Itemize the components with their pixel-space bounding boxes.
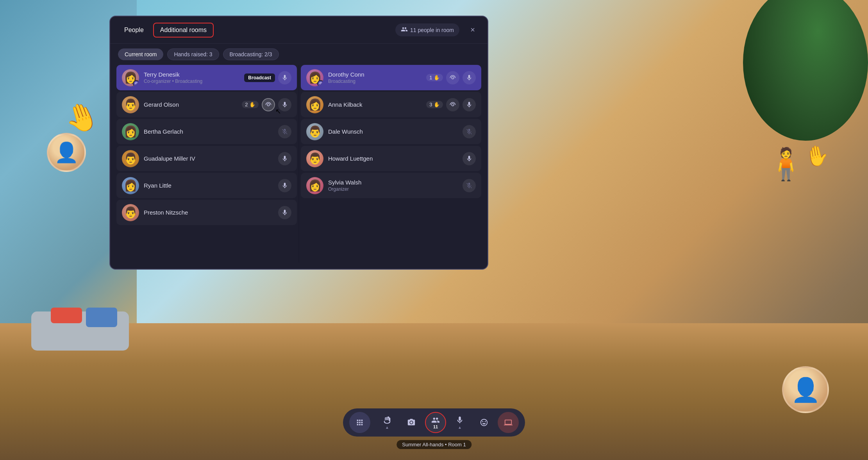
- hand-count: 3 ✋: [426, 101, 443, 108]
- person-actions: [278, 206, 291, 219]
- list-item[interactable]: 👨 Howard Luettgen: [301, 146, 481, 171]
- person-info: Ryan Little: [144, 182, 273, 189]
- emoji-button[interactable]: [473, 412, 495, 433]
- person-name: Ryan Little: [144, 182, 273, 189]
- avatar: 👩: [122, 177, 139, 194]
- mic-label: ▲: [458, 425, 462, 430]
- avatar: 👩: [122, 69, 139, 86]
- list-item[interactable]: 👩 Terry Denesik Co-organizer • Broadcast…: [116, 65, 297, 90]
- list-item[interactable]: 👩 Ryan Little: [116, 173, 297, 198]
- avatar: 👩: [122, 123, 139, 140]
- avatar: 👨: [122, 204, 139, 221]
- list-item[interactable]: 👨 Gerard Olson 2 ✋ ↗: [116, 92, 297, 117]
- mic-button[interactable]: [278, 179, 291, 192]
- person-info: Sylvia Walsh Organizer: [328, 179, 458, 192]
- mic-button[interactable]: [463, 71, 476, 84]
- person-name: Howard Luettgen: [328, 155, 458, 162]
- main-panel: People Additional rooms 11 people in roo…: [109, 16, 488, 270]
- mic-taskbar-button[interactable]: ▲: [449, 412, 470, 433]
- person-info: Bertha Gerlach: [144, 128, 273, 135]
- person-info: Anna Kilback: [328, 101, 421, 108]
- list-item[interactable]: 👨 Dale Wunsch: [301, 119, 481, 144]
- apps-button[interactable]: [349, 412, 370, 433]
- hand-count: 1 ✋: [426, 74, 443, 81]
- mic-button[interactable]: [463, 98, 476, 111]
- broadcast-button[interactable]: [446, 71, 459, 84]
- person-info: Guadalupe Miller IV: [144, 155, 273, 162]
- person-name: Dorothy Conn: [328, 71, 421, 78]
- raise-hand-button[interactable]: ▲: [377, 412, 398, 433]
- filter-broadcasting[interactable]: Broadcasting: 2/3: [223, 48, 279, 60]
- bg-cushion2: [86, 308, 117, 327]
- person-name: Preston Nitzsche: [144, 209, 273, 216]
- filter-hands-raised[interactable]: Hands raised: 3: [167, 48, 219, 60]
- person-actions: 1 ✋: [426, 71, 476, 84]
- raise-hand-label: ▲: [385, 425, 389, 430]
- person-name: Anna Kilback: [328, 101, 421, 108]
- tab-additional-rooms[interactable]: Additional rooms: [153, 23, 214, 38]
- person-role: Broadcasting: [328, 79, 421, 84]
- people-count-text: 11 people in room: [410, 27, 454, 33]
- mic-button[interactable]: [278, 152, 291, 165]
- hand-count: 2 ✋: [242, 101, 259, 108]
- mic-button[interactable]: [278, 206, 291, 219]
- list-item[interactable]: 👩 Anna Kilback 3 ✋: [301, 92, 481, 117]
- person-name: Dale Wunsch: [328, 128, 458, 135]
- person-actions: [463, 179, 476, 192]
- person-actions: Broadcast: [244, 71, 291, 84]
- broadcast-button[interactable]: [262, 98, 275, 111]
- avatar: 👨: [122, 150, 139, 167]
- person-actions: [463, 152, 476, 165]
- mic-button[interactable]: [463, 152, 476, 165]
- people-icon: [401, 26, 408, 34]
- close-button[interactable]: ×: [466, 23, 480, 37]
- tab-people[interactable]: People: [118, 23, 150, 37]
- mic-muted-button[interactable]: [278, 125, 291, 138]
- list-item[interactable]: 👩 Dorothy Conn Broadcasting 1 ✋: [301, 65, 481, 90]
- person-name: Gerard Olson: [144, 101, 237, 108]
- person-name: Guadalupe Miller IV: [144, 155, 273, 162]
- person-actions: [278, 179, 291, 192]
- bg-floor: [0, 323, 868, 460]
- person-info: Howard Luettgen: [328, 155, 458, 162]
- taskbar: ▲ 11 ▲: [343, 408, 525, 437]
- bg-person-standing: 🧍: [766, 149, 805, 180]
- person-actions: [278, 152, 291, 165]
- filter-bar: Current room Hands raised: 3 Broadcastin…: [110, 44, 488, 65]
- mic-muted-button[interactable]: [463, 125, 476, 138]
- person-info: Preston Nitzsche: [144, 209, 273, 216]
- avatar: 👨: [122, 96, 139, 113]
- bg-avatar-left: [47, 133, 86, 172]
- panel-header: People Additional rooms 11 people in roo…: [110, 16, 488, 44]
- filter-current-room[interactable]: Current room: [118, 48, 163, 60]
- bg-avatar-bottom-right: [782, 366, 829, 413]
- people-button[interactable]: 11: [425, 412, 446, 433]
- broadcast-button[interactable]: [446, 98, 459, 111]
- broadcast-indicator: [133, 80, 139, 86]
- mic-button[interactable]: [278, 98, 291, 111]
- person-name: Sylvia Walsh: [328, 179, 458, 186]
- list-item[interactable]: 👨 Preston Nitzsche: [116, 200, 297, 225]
- person-actions: 2 ✋: [242, 98, 291, 111]
- list-item[interactable]: 👨 Guadalupe Miller IV: [116, 146, 297, 171]
- avatar: 👩: [306, 69, 323, 86]
- mic-button[interactable]: [278, 71, 291, 84]
- people-grid: 👩 Terry Denesik Co-organizer • Broadcast…: [110, 65, 488, 269]
- avatar: 👩: [306, 177, 323, 194]
- person-info: Dorothy Conn Broadcasting: [328, 71, 421, 84]
- mic-muted-button[interactable]: [463, 179, 476, 192]
- left-column: 👩 Terry Denesik Co-organizer • Broadcast…: [116, 65, 297, 263]
- camera-button[interactable]: [401, 412, 422, 433]
- share-screen-button[interactable]: [498, 412, 519, 433]
- broadcast-badge: Broadcast: [244, 73, 275, 82]
- bg-cushion1: [51, 308, 82, 323]
- right-column: 👩 Dorothy Conn Broadcasting 1 ✋: [301, 65, 481, 263]
- person-info: Dale Wunsch: [328, 128, 458, 135]
- list-item[interactable]: 👩 Bertha Gerlach: [116, 119, 297, 144]
- broadcast-indicator: [317, 80, 323, 86]
- room-label: Summer All-hands • Room 1: [396, 440, 472, 449]
- person-info: Terry Denesik Co-organizer • Broadcastin…: [144, 71, 239, 84]
- list-item[interactable]: 👩 Sylvia Walsh Organizer: [301, 173, 481, 198]
- person-role: Organizer: [328, 186, 458, 192]
- person-name: Terry Denesik: [144, 71, 239, 78]
